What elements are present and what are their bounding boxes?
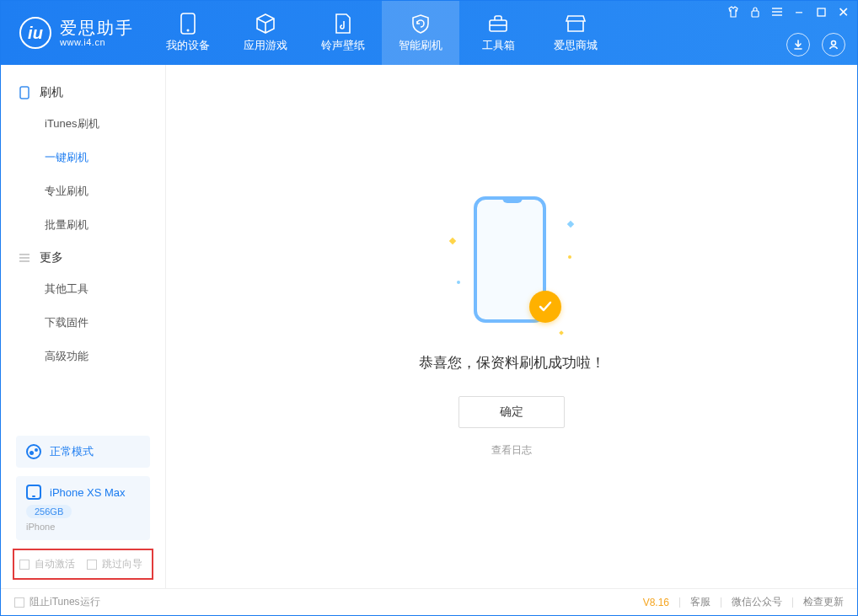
logo-area: iu 爱思助手 www.i4.cn: [1, 1, 149, 65]
footer-link-wechat[interactable]: 微信公众号: [732, 595, 782, 609]
tab-smart-flash[interactable]: 智能刷机: [382, 1, 459, 65]
lock-icon[interactable]: [748, 4, 763, 19]
device-icon: [18, 86, 31, 99]
sidebar-item-download-firmware[interactable]: 下载固件: [1, 306, 165, 340]
dot-icon: [457, 281, 460, 284]
mode-icon: [26, 444, 41, 459]
user-button[interactable]: [822, 33, 845, 56]
sidebar-item-oneclick-flash[interactable]: 一键刷机: [1, 141, 165, 174]
view-log-link[interactable]: 查看日志: [491, 443, 532, 458]
app-window: iu 爱思助手 www.i4.cn 我的设备 应用游戏: [0, 0, 858, 616]
checkbox-label: 自动激活: [35, 557, 75, 571]
success-message: 恭喜您，保资料刷机成功啦！: [419, 353, 605, 372]
sidebar-item-advanced[interactable]: 高级功能: [1, 340, 165, 373]
cube-icon: [255, 13, 276, 35]
sparkle-icon: [449, 237, 456, 244]
highlighted-options: 自动激活 跳过向导: [13, 549, 153, 580]
tab-toolbox[interactable]: 工具箱: [459, 1, 537, 65]
sidebar: 刷机 iTunes刷机 一键刷机 专业刷机 批量刷机 更多 其他工具 下载固件 …: [1, 65, 166, 588]
divider: [721, 597, 721, 608]
tab-label: 铃声壁纸: [321, 38, 365, 53]
check-badge-icon: [529, 291, 561, 323]
checkbox-skip-guide[interactable]: 跳过向导: [87, 557, 142, 571]
tab-label: 工具箱: [482, 38, 515, 53]
minimize-button[interactable]: －: [791, 4, 807, 19]
footer: 阻止iTunes运行 V8.16 客服 微信公众号 检查更新: [1, 588, 857, 615]
checkbox-icon: [87, 560, 97, 570]
group-label: 刷机: [40, 85, 63, 100]
logo-icon: iu: [19, 17, 51, 49]
mode-card[interactable]: 正常模式: [16, 436, 150, 468]
footer-link-update[interactable]: 检查更新: [803, 595, 844, 609]
sidebar-item-itunes-flash[interactable]: iTunes刷机: [1, 107, 165, 141]
footer-right: V8.16 客服 微信公众号 检查更新: [643, 595, 844, 609]
success-illustration: [465, 196, 558, 331]
refresh-shield-icon: [410, 13, 432, 35]
window-controls-top: － ✕: [726, 4, 850, 19]
svg-point-9: [832, 41, 836, 46]
tab-ringtone-wallpaper[interactable]: 铃声壁纸: [304, 1, 382, 65]
tab-label: 应用游戏: [244, 38, 287, 53]
device-card[interactable]: iPhone XS Max 256GB iPhone: [16, 476, 150, 540]
device-cards: 正常模式 iPhone XS Max 256GB iPhone: [1, 427, 165, 549]
checkbox-icon: [19, 560, 29, 570]
sidebar-scroll: 刷机 iTunes刷机 一键刷机 专业刷机 批量刷机 更多 其他工具 下载固件 …: [1, 65, 165, 427]
download-button[interactable]: [786, 33, 810, 56]
sidebar-group-flash: 刷机: [1, 77, 165, 107]
mode-label: 正常模式: [50, 444, 94, 459]
menu-icon[interactable]: [770, 4, 785, 19]
checkbox-label: 阻止iTunes运行: [29, 595, 100, 609]
shirt-icon[interactable]: [726, 4, 741, 19]
body: 刷机 iTunes刷机 一键刷机 专业刷机 批量刷机 更多 其他工具 下载固件 …: [1, 65, 857, 588]
list-icon: [18, 253, 31, 263]
close-button[interactable]: ✕: [835, 4, 850, 19]
shop-icon: [565, 13, 587, 35]
version-label: V8.16: [643, 597, 669, 608]
svg-rect-4: [752, 11, 759, 17]
group-label: 更多: [40, 250, 63, 265]
maximize-button[interactable]: [813, 4, 829, 19]
svg-point-1: [187, 29, 190, 32]
tab-apps-games[interactable]: 应用游戏: [227, 1, 304, 65]
svg-rect-8: [818, 8, 825, 16]
sidebar-item-pro-flash[interactable]: 专业刷机: [1, 174, 165, 208]
tab-my-device[interactable]: 我的设备: [149, 1, 227, 65]
checkbox-auto-activate[interactable]: 自动激活: [19, 557, 75, 571]
sidebar-item-other-tools[interactable]: 其他工具: [1, 272, 165, 306]
divider: [792, 597, 793, 608]
tab-label: 智能刷机: [399, 38, 442, 53]
checkbox-icon: [14, 597, 24, 608]
svg-rect-10: [20, 87, 29, 99]
device-icon: [26, 485, 41, 500]
sidebar-group-more: 更多: [1, 242, 165, 272]
header: iu 爱思助手 www.i4.cn 我的设备 应用游戏: [1, 1, 857, 65]
device-name: iPhone XS Max: [50, 486, 126, 499]
logo-url: www.i4.cn: [60, 37, 134, 47]
phone-icon: [177, 13, 199, 35]
logo-text: 爱思助手 www.i4.cn: [60, 19, 134, 47]
tab-store[interactable]: 爱思商城: [537, 1, 614, 65]
divider: [679, 597, 680, 608]
device-type: iPhone: [26, 522, 140, 532]
sidebar-item-batch-flash[interactable]: 批量刷机: [1, 208, 165, 242]
checkbox-block-itunes[interactable]: 阻止iTunes运行: [14, 595, 100, 609]
main-content: 恭喜您，保资料刷机成功啦！ 确定 查看日志: [166, 65, 857, 588]
header-actions: [786, 33, 845, 56]
sparkle-icon: [567, 220, 574, 227]
footer-link-support[interactable]: 客服: [690, 595, 711, 609]
logo-title: 爱思助手: [60, 19, 134, 37]
nav-tabs: 我的设备 应用游戏 铃声壁纸 智能刷机: [149, 1, 614, 65]
dot-icon: [568, 255, 571, 259]
sparkle-icon: [559, 330, 564, 335]
tab-label: 爱思商城: [554, 38, 598, 53]
tab-label: 我的设备: [166, 38, 210, 53]
ok-button[interactable]: 确定: [458, 396, 565, 428]
storage-badge: 256GB: [26, 505, 72, 518]
music-file-icon: [332, 13, 354, 35]
toolbox-icon: [487, 13, 509, 35]
checkbox-label: 跳过向导: [102, 557, 142, 571]
